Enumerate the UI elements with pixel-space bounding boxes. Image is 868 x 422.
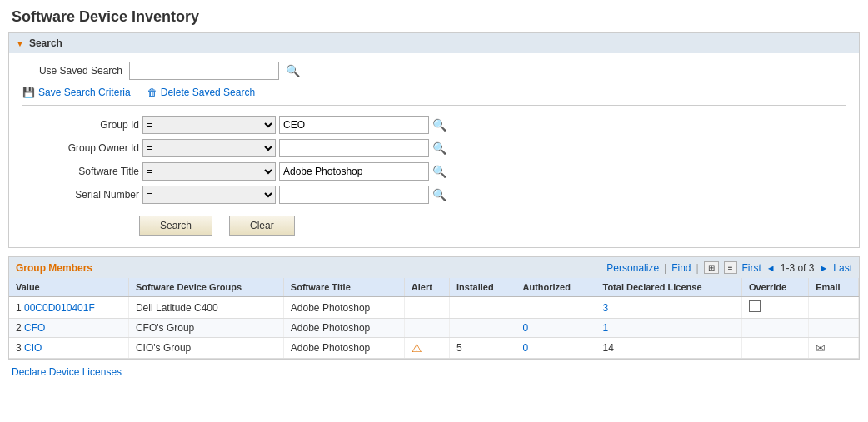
- row2-authorized: 0: [516, 319, 596, 338]
- results-panel: Group Members Personalize | Find | ⊞ ≡ F…: [8, 256, 860, 360]
- row3-total-declared: 14: [596, 338, 741, 359]
- search-body: Use Saved Search 🔍 💾 Save Search Criteri…: [9, 53, 859, 247]
- criteria-grid: Group Id =containsbegins with 🔍 Group Ow…: [22, 116, 846, 204]
- table-row: 2 CFO CFO's Group Adobe Photoshop 0 1: [9, 319, 859, 338]
- row3-groups: CIO's Group: [128, 338, 283, 359]
- group-owner-input[interactable]: [279, 139, 429, 157]
- last-link[interactable]: Last: [833, 262, 852, 274]
- table-row: 3 CIO CIO's Group Adobe Photoshop ⚠ 5 0 …: [9, 338, 859, 359]
- serial-number-input[interactable]: [279, 186, 429, 204]
- row1-alert: [404, 297, 449, 319]
- serial-number-lookup-icon[interactable]: 🔍: [432, 188, 457, 201]
- row3-email-icon[interactable]: ✉: [816, 341, 826, 355]
- row1-email: [809, 297, 859, 319]
- row2-value-link[interactable]: CFO: [24, 322, 45, 334]
- row2-software: Adobe Photoshop: [283, 319, 404, 338]
- nav-separator-2: |: [696, 262, 699, 274]
- row2-installed: [450, 319, 516, 338]
- saved-search-row: Use Saved Search 🔍: [22, 62, 846, 80]
- search-panel-header[interactable]: ▼ Search: [9, 33, 859, 53]
- row3-installed: 5: [450, 338, 516, 359]
- group-owner-label: Group Owner Id: [22, 142, 139, 154]
- col-header-total-declared: Total Declared License: [596, 278, 741, 297]
- results-title: Group Members: [16, 262, 92, 274]
- saved-search-label: Use Saved Search: [22, 65, 122, 77]
- save-icon: 💾: [22, 87, 35, 98]
- saved-search-lookup-icon[interactable]: 🔍: [286, 64, 300, 77]
- row3-alert: ⚠: [404, 338, 449, 359]
- declare-device-licenses-link[interactable]: Declare Device Licenses: [12, 366, 122, 378]
- grid-icon-btn[interactable]: ⊞: [704, 261, 719, 274]
- software-title-input[interactable]: [279, 162, 429, 181]
- first-link[interactable]: First: [742, 262, 761, 274]
- page-info: 1-3 of 3: [781, 262, 815, 274]
- col-header-value: Value: [9, 278, 128, 297]
- col-header-installed: Installed: [450, 278, 516, 297]
- page-title: Software Device Inventory: [0, 0, 868, 32]
- search-buttons: Search Clear: [22, 216, 846, 236]
- row3-value-link[interactable]: CIO: [24, 342, 42, 354]
- row1-total-link[interactable]: 3: [603, 302, 609, 314]
- col-header-groups: Software Device Groups: [128, 278, 283, 297]
- nav-separator-1: |: [664, 262, 666, 274]
- col-header-authorized: Authorized: [516, 278, 596, 297]
- row2-authorized-link[interactable]: 0: [523, 322, 529, 334]
- serial-number-label: Serial Number: [22, 189, 139, 201]
- table-row: 1 00C0D010401F Dell Latitude C400 Adobe …: [9, 297, 859, 319]
- list-icon-btn[interactable]: ≡: [724, 261, 737, 274]
- row2-groups: CFO's Group: [128, 319, 283, 338]
- software-title-lookup-icon[interactable]: 🔍: [432, 165, 457, 178]
- row3-software: Adobe Photoshop: [283, 338, 404, 359]
- search-button[interactable]: Search: [139, 216, 212, 236]
- group-owner-operator[interactable]: =contains: [142, 139, 276, 157]
- delete-saved-link[interactable]: 🗑 Delete Saved Search: [147, 87, 255, 98]
- col-header-override: Override: [741, 278, 808, 297]
- software-title-label: Software Title: [22, 166, 139, 177]
- group-id-input[interactable]: [279, 116, 429, 134]
- results-header: Group Members Personalize | Find | ⊞ ≡ F…: [9, 257, 859, 278]
- row2-override: [741, 319, 808, 338]
- clear-button[interactable]: Clear: [229, 216, 295, 236]
- row2-email: [809, 319, 859, 338]
- group-id-operator[interactable]: =containsbegins with: [142, 116, 276, 134]
- row2-num: 2 CFO: [9, 319, 128, 338]
- personalize-link[interactable]: Personalize: [606, 262, 659, 274]
- row1-value-link[interactable]: 00C0D010401F: [24, 302, 95, 314]
- table-header-row: Value Software Device Groups Software Ti…: [9, 278, 859, 297]
- group-id-lookup-icon[interactable]: 🔍: [432, 118, 457, 132]
- row1-num: 1 00C0D010401F: [9, 297, 128, 319]
- search-actions-row: 💾 Save Search Criteria 🗑 Delete Saved Se…: [22, 87, 846, 106]
- find-link[interactable]: Find: [671, 262, 691, 274]
- row3-num: 3 CIO: [9, 338, 128, 359]
- row3-authorized-link[interactable]: 0: [523, 342, 529, 354]
- next-arrow-icon[interactable]: ►: [819, 263, 828, 273]
- row1-checkbox[interactable]: [749, 300, 761, 312]
- row3-email: ✉: [809, 338, 859, 359]
- save-criteria-link[interactable]: 💾 Save Search Criteria: [22, 87, 131, 98]
- row1-total-declared: 3: [596, 297, 741, 319]
- row1-software: Adobe Photoshop: [283, 297, 404, 319]
- serial-number-operator[interactable]: =contains: [142, 186, 276, 204]
- search-panel: ▼ Search Use Saved Search 🔍 💾 Save Searc…: [8, 32, 860, 248]
- row1-override: [741, 297, 808, 319]
- results-nav: Personalize | Find | ⊞ ≡ First ◄ 1-3 of …: [606, 261, 852, 274]
- row1-groups: Dell Latitude C400: [128, 297, 283, 319]
- col-header-email: Email: [809, 278, 859, 297]
- col-header-alert: Alert: [404, 278, 449, 297]
- row3-authorized: 0: [516, 338, 596, 359]
- row3-override: [741, 338, 808, 359]
- row2-total-link[interactable]: 1: [603, 322, 609, 334]
- software-title-operator[interactable]: =contains: [142, 162, 276, 181]
- row1-authorized: [516, 297, 596, 319]
- row2-alert: [404, 319, 449, 338]
- group-owner-lookup-icon[interactable]: 🔍: [432, 141, 457, 155]
- delete-icon: 🗑: [147, 87, 157, 98]
- saved-search-input[interactable]: [129, 62, 279, 80]
- row1-installed: [450, 297, 516, 319]
- search-arrow-icon: ▼: [16, 39, 24, 48]
- search-panel-label: Search: [29, 37, 62, 49]
- declare-link-row: Declare Device Licenses: [0, 360, 868, 385]
- row3-alert-icon: ⚠: [412, 341, 422, 355]
- prev-arrow-icon[interactable]: ◄: [766, 263, 776, 273]
- row2-total-declared: 1: [596, 319, 741, 338]
